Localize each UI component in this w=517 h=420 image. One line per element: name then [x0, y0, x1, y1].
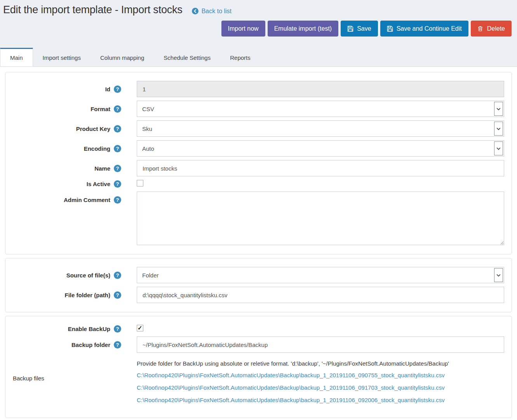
- form-row-id: Id ?: [5, 81, 512, 97]
- help-icon[interactable]: ?: [114, 105, 121, 113]
- help-icon[interactable]: ?: [114, 125, 121, 132]
- name-field[interactable]: [137, 160, 504, 176]
- source-of-files-select[interactable]: Folder: [137, 267, 504, 283]
- product-key-select[interactable]: Sku: [137, 120, 504, 137]
- page-header: Edit the import template - Import stocks…: [0, 0, 517, 16]
- backup-file-link[interactable]: C:\Root\nop420\Plugins\FoxNetSoft.Automa…: [137, 371, 504, 379]
- floppy-icon: [387, 26, 393, 32]
- is-active-checkbox[interactable]: [137, 180, 143, 186]
- form-row-format: Format ? CSV: [5, 101, 512, 117]
- product-key-label: Product Key ?: [5, 125, 137, 132]
- page: Edit the import template - Import stocks…: [0, 0, 517, 420]
- form-row-enable-backup: Enable BackUp ?: [5, 325, 512, 333]
- help-icon[interactable]: ?: [114, 165, 121, 172]
- back-to-list-link[interactable]: Back to list: [192, 8, 232, 15]
- backup-card: Enable BackUp ? Backup folder ?: [5, 316, 512, 418]
- tab-schedule-settings[interactable]: Schedule Settings: [154, 48, 220, 66]
- form-row-backup-hint: Provide folder for BackUp using absolute…: [5, 356, 512, 367]
- form-row-is-active: Is Active ?: [5, 180, 512, 188]
- backup-folder-hint: Provide folder for BackUp using absolute…: [137, 360, 504, 367]
- form-row-source: Source of file(s) ? Folder: [5, 267, 512, 283]
- page-title: Edit the import template - Import stocks: [3, 4, 183, 16]
- backup-file-link[interactable]: C:\Root\nop420\Plugins\FoxNetSoft.Automa…: [137, 384, 504, 392]
- admin-comment-textarea[interactable]: [137, 192, 504, 245]
- backup-file-link[interactable]: C:\Root\nop420\Plugins\FoxNetSoft.Automa…: [137, 396, 504, 404]
- form-row-file-folder: File folder (path) ?: [5, 287, 512, 303]
- import-now-button[interactable]: Import now: [221, 21, 265, 37]
- tab-reports[interactable]: Reports: [220, 48, 260, 66]
- back-arrow-icon: [192, 8, 198, 14]
- emulate-import-label: Emulate import (test): [274, 25, 332, 32]
- name-label: Name ?: [5, 165, 137, 172]
- help-icon[interactable]: ?: [114, 85, 121, 93]
- import-now-label: Import now: [228, 25, 259, 32]
- form-row-backup-files: Backup files C:\Root\nop420\Plugins\FoxN…: [5, 370, 512, 409]
- delete-label: Delete: [487, 25, 505, 32]
- trash-icon: [477, 26, 484, 32]
- form-row-name: Name ?: [5, 160, 512, 176]
- id-field: [137, 81, 504, 97]
- file-folder-label: File folder (path) ?: [5, 291, 137, 299]
- delete-button[interactable]: Delete: [471, 21, 512, 37]
- tab-bar: Main Import settings Column mapping Sche…: [0, 48, 517, 66]
- form-row-admin-comment: Admin Comment ?: [5, 192, 512, 245]
- backup-folder-label: Backup folder ?: [5, 341, 137, 349]
- enable-backup-checkbox[interactable]: [137, 325, 143, 331]
- main-settings-card: Id ? Format ? CSV: [5, 72, 512, 254]
- tab-main[interactable]: Main: [0, 48, 33, 66]
- help-icon[interactable]: ?: [114, 291, 121, 299]
- save-continue-button[interactable]: Save and Continue Edit: [380, 21, 468, 37]
- enable-backup-label: Enable BackUp ?: [5, 325, 137, 333]
- emulate-import-button[interactable]: Emulate import (test): [268, 21, 338, 37]
- help-icon[interactable]: ?: [114, 341, 121, 349]
- help-icon[interactable]: ?: [114, 196, 121, 204]
- source-of-files-label: Source of file(s) ?: [5, 272, 137, 279]
- help-icon[interactable]: ?: [114, 272, 121, 279]
- save-label: Save: [357, 25, 371, 32]
- help-icon[interactable]: ?: [114, 180, 121, 188]
- form-row-product-key: Product Key ? Sku: [5, 120, 512, 137]
- file-folder-field[interactable]: [137, 287, 504, 303]
- help-icon[interactable]: ?: [114, 145, 121, 152]
- help-icon[interactable]: ?: [114, 325, 121, 333]
- admin-comment-label: Admin Comment ?: [5, 192, 137, 204]
- id-label: Id ?: [5, 85, 137, 93]
- back-to-list-label: Back to list: [202, 8, 232, 15]
- tab-column-mapping[interactable]: Column mapping: [91, 48, 154, 66]
- encoding-label: Encoding ?: [5, 145, 137, 152]
- tab-import-settings[interactable]: Import settings: [33, 48, 91, 66]
- form-row-backup-folder: Backup folder ?: [5, 336, 512, 353]
- format-select[interactable]: CSV: [137, 101, 504, 117]
- floppy-icon: [347, 26, 353, 32]
- save-continue-label: Save and Continue Edit: [397, 25, 462, 32]
- backup-folder-field[interactable]: [137, 336, 504, 353]
- encoding-select[interactable]: Auto: [137, 140, 504, 157]
- format-label: Format ?: [5, 105, 137, 113]
- form-row-encoding: Encoding ? Auto: [5, 140, 512, 157]
- is-active-label: Is Active ?: [5, 180, 137, 188]
- toolbar: Import now Emulate import (test) Save Sa…: [0, 16, 517, 37]
- save-button[interactable]: Save: [341, 21, 378, 37]
- source-card: Source of file(s) ? Folder: [5, 258, 512, 312]
- backup-files-label: Backup files: [5, 370, 137, 382]
- tab-content-main: Id ? Format ? CSV: [0, 66, 517, 420]
